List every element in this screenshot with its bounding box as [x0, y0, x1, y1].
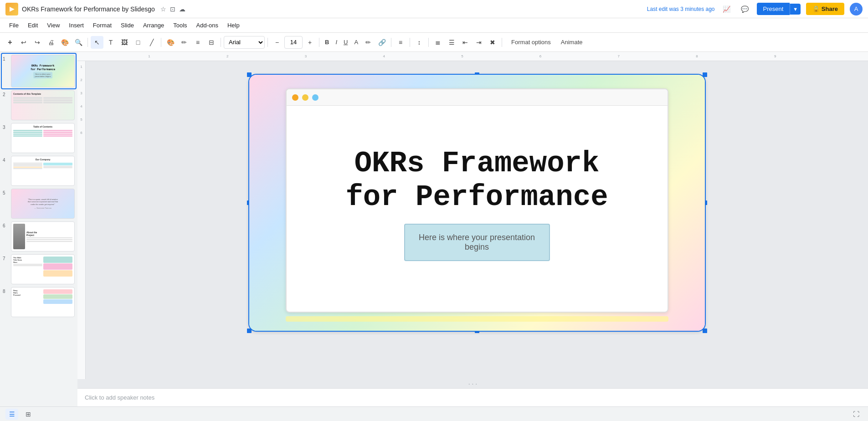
text-align-button[interactable]: ≡ — [394, 36, 407, 49]
slide-title-line2: for Performance — [345, 181, 608, 214]
separator-8 — [428, 38, 429, 47]
menu-file[interactable]: File — [5, 20, 22, 31]
slide-thumb-img-1: OKRs Frameworkfor Performance Here is wh… — [11, 55, 75, 87]
cloud-icon[interactable]: ☁ — [179, 5, 185, 13]
browser-titlebar — [287, 89, 668, 106]
menu-arrange[interactable]: Arrange — [139, 20, 168, 31]
browser-dot-yellow — [302, 94, 308, 101]
last-edit-link[interactable]: Last edit was 3 minutes ago — [647, 6, 715, 12]
align-button[interactable]: ≡ — [191, 36, 204, 49]
bulleted-list-button[interactable]: ≣ — [431, 36, 444, 49]
notes-area[interactable]: Click to add speaker notes — [77, 388, 868, 406]
doc-title: OKRs Framework for Performance by Slides… — [22, 5, 155, 13]
dots-indicator: · · · — [468, 380, 477, 387]
link-button[interactable]: 🔗 — [375, 36, 388, 49]
border-color-button[interactable]: ✏ — [178, 36, 190, 49]
account-avatar[interactable]: A — [850, 3, 863, 15]
save-icon[interactable]: ⊡ — [170, 5, 175, 13]
image-button[interactable]: 🖼 — [118, 36, 131, 49]
present-button[interactable]: Present — [757, 3, 790, 15]
line-button[interactable]: ╱ — [145, 36, 158, 49]
undo-button[interactable]: ↩ — [17, 36, 30, 49]
star-icon[interactable]: ☆ — [160, 5, 166, 13]
slide-thumb-img-4: Our Company — [11, 156, 75, 186]
menu-addons[interactable]: Add-ons — [193, 20, 222, 31]
slide-thumbnail-6[interactable]: 6 About theProject — [2, 221, 76, 252]
font-size-decrease[interactable]: − — [271, 36, 283, 49]
separator-3 — [221, 38, 221, 47]
increase-indent-button[interactable]: ⇥ — [473, 36, 485, 49]
slide-container: OKRs Framework for Performance Here is w… — [249, 75, 705, 331]
slide-main-title[interactable]: OKRs Framework for Performance — [345, 147, 608, 214]
zoom-button[interactable]: 🔍 — [72, 36, 85, 49]
select-text-button[interactable]: T — [104, 36, 117, 49]
handle-bl[interactable] — [247, 329, 252, 333]
highlight-button[interactable]: ✏ — [362, 36, 375, 49]
select-arrow-button[interactable]: ↖ — [91, 36, 103, 49]
menu-slide[interactable]: Slide — [117, 20, 138, 31]
slide-num-8: 8 — [3, 287, 9, 294]
slide-thumbnail-5[interactable]: 5 "This is a quote, words full of wisdom… — [2, 188, 76, 220]
shape-button[interactable]: □ — [132, 36, 144, 49]
view-list-button[interactable]: ☰ — [5, 409, 18, 420]
present-dropdown[interactable]: ▼ — [790, 4, 801, 15]
text-color-button[interactable]: A — [351, 36, 361, 49]
browser-dot-red — [292, 94, 298, 101]
slide-thumbnail-2[interactable]: 2 Contents of this Template — [2, 89, 76, 121]
font-size-input[interactable] — [284, 36, 303, 49]
slide-subtitle-box[interactable]: Here is where your presentation begins — [404, 224, 550, 261]
font-size-increase[interactable]: + — [303, 36, 316, 49]
slide-thumb-img-6: About theProject — [11, 221, 75, 252]
svg-text:▶: ▶ — [10, 5, 15, 12]
separator-2 — [161, 38, 161, 47]
view-grid-button[interactable]: ⊞ — [22, 409, 35, 420]
distribute-button[interactable]: ⊟ — [205, 36, 218, 49]
menu-tools[interactable]: Tools — [169, 20, 190, 31]
share-button[interactable]: 🔒 Share — [806, 3, 844, 15]
slide-thumbnail-8[interactable]: 8 Stop,Start,Proceed — [2, 286, 76, 318]
format-options-button[interactable]: Format options — [507, 36, 555, 49]
print-button[interactable]: 🖨 — [45, 36, 57, 49]
slide-num-5: 5 — [3, 189, 9, 195]
decrease-indent-button[interactable]: ⇤ — [459, 36, 472, 49]
slide-thumbnail-3[interactable]: 3 Table of Contents — [2, 122, 76, 154]
line-spacing-button[interactable]: ↕ — [413, 36, 426, 49]
redo-button[interactable]: ↪ — [31, 36, 44, 49]
underline-button[interactable]: U — [341, 36, 350, 49]
slide-canvas[interactable]: OKRs Framework for Performance Here is w… — [249, 75, 705, 331]
numbered-list-button[interactable]: ☰ — [445, 36, 458, 49]
slide-thumb-img-7: The SlideTitle GoesHere — [11, 254, 75, 284]
slide-num-3: 3 — [3, 123, 9, 130]
fill-color-button[interactable]: 🎨 — [164, 36, 177, 49]
add-button[interactable]: + — [4, 36, 16, 49]
activity-icon[interactable]: 📈 — [720, 3, 733, 15]
menu-format[interactable]: Format — [89, 20, 115, 31]
paint-format-button[interactable]: 🎨 — [58, 36, 71, 49]
separator-1 — [87, 38, 88, 47]
handle-br[interactable] — [703, 329, 707, 333]
slide-thumbnail-1[interactable]: 1 OKRs Frameworkfor Performance Here is … — [2, 54, 76, 88]
slide-num-4: 4 — [3, 156, 9, 163]
bold-button[interactable]: B — [322, 36, 332, 49]
menu-insert[interactable]: Insert — [65, 20, 87, 31]
menu-view[interactable]: View — [43, 20, 63, 31]
toolbar: + ↩ ↪ 🖨 🎨 🔍 ↖ T 🖼 □ ╱ 🎨 ✏ ≡ ⊟ Arial − + … — [0, 33, 868, 52]
slide-thumbnail-4[interactable]: 4 Our Company — [2, 155, 76, 187]
dots-indicator-row: · · · — [77, 379, 868, 388]
expand-button[interactable]: ⛶ — [850, 409, 863, 420]
canvas-wrapper: 1 2 3 4 5 6 7 8 9 123456 — [77, 52, 868, 406]
italic-button[interactable]: I — [333, 36, 340, 49]
menu-help[interactable]: Help — [224, 20, 243, 31]
slide-thumb-img-5: "This is a quote, words full of wisdomth… — [11, 189, 75, 219]
menu-edit[interactable]: Edit — [24, 20, 41, 31]
clear-format-button[interactable]: ✖ — [486, 36, 499, 49]
font-family-select[interactable]: Arial — [224, 36, 265, 49]
title-right: Last edit was 3 minutes ago 📈 💬 Present … — [647, 3, 863, 15]
comment-icon[interactable]: 💬 — [739, 3, 751, 15]
slide-thumbnail-7[interactable]: 7 The SlideTitle GoesHere — [2, 253, 76, 285]
animate-button[interactable]: Animate — [556, 36, 587, 49]
slide-num-7: 7 — [3, 254, 9, 261]
browser-dot-green — [312, 94, 318, 101]
title-icons: ☆ ⊡ ☁ — [160, 5, 185, 13]
title-bar: ▶ OKRs Framework for Performance by Slid… — [0, 0, 868, 18]
